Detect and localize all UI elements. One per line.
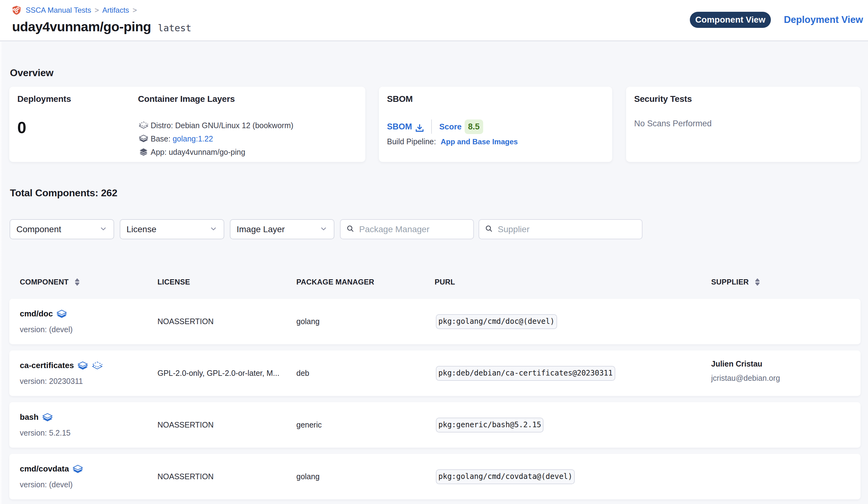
security-tests-card: Security Tests No Scans Performed xyxy=(626,87,860,162)
breadcrumb-link-artifacts[interactable]: Artifacts xyxy=(102,6,129,14)
security-tests-heading: Security Tests xyxy=(634,94,852,104)
component-name: ca-certificates xyxy=(20,361,74,370)
deployments-count: 0 xyxy=(17,118,138,137)
license-cell: NOASSERTION xyxy=(157,402,290,448)
base-image-link[interactable]: golang:1.22 xyxy=(173,134,213,143)
breadcrumb-separator: > xyxy=(132,6,137,14)
artifact-tag: latest xyxy=(158,23,191,33)
image-layers-icon xyxy=(78,361,88,371)
sbom-score-link[interactable]: Score xyxy=(439,120,462,134)
download-icon[interactable] xyxy=(415,123,424,133)
image-layers-icon xyxy=(73,464,83,474)
build-pipeline-link[interactable]: App and Base Images xyxy=(441,138,517,146)
component-name: cmd/doc xyxy=(20,309,53,319)
column-header-package-manager: PACKAGE MANAGER xyxy=(296,278,374,286)
component-version: version: 20230311 xyxy=(20,377,83,386)
page-title: uday4vunnam/go-ping xyxy=(12,19,151,34)
sbom-card: SBOM SBOM Score 8.5 Build Pipeline: App … xyxy=(379,87,612,162)
sbom-score-badge: 8.5 xyxy=(465,120,483,134)
chevron-down-icon xyxy=(320,225,328,234)
base-image-layers-icon xyxy=(139,134,148,143)
search-icon xyxy=(485,224,498,234)
purl-cell: pkg:deb/debian/ca-certificates@20230311 xyxy=(435,351,615,396)
column-header-component[interactable]: COMPONENT xyxy=(20,278,80,286)
license-cell: NOASSERTION xyxy=(157,299,290,344)
no-scans-text: No Scans Performed xyxy=(634,119,852,129)
package-manager-cell: golang xyxy=(296,454,320,500)
app-layer-text: App: uday4vunnam/go-ping xyxy=(151,148,245,157)
sbom-heading: SBOM xyxy=(387,94,604,104)
package-manager-cell: golang xyxy=(296,299,320,344)
container-image-layers-label: Container Image Layers xyxy=(138,94,293,104)
left-edge-strip xyxy=(0,42,2,504)
search-icon xyxy=(346,224,359,234)
breadcrumb-link-project[interactable]: SSCA Manual Tests xyxy=(26,6,91,14)
ssca-module-icon xyxy=(12,5,21,15)
distro-layer-icon xyxy=(139,121,148,130)
purl-chip: pkg:generic/bash@5.2.15 xyxy=(436,417,544,433)
chevron-down-icon xyxy=(99,225,107,234)
build-pipeline-label: Build Pipeline: xyxy=(387,137,436,146)
breadcrumb: SSCA Manual Tests > Artifacts > xyxy=(12,5,140,15)
distro-layer-text: Distro: Debian GNU/Linux 12 (bookworm) xyxy=(151,121,293,130)
sbom-download-link[interactable]: SBOM xyxy=(387,120,412,134)
deployments-card: Deployments 0 Container Image Layers Dis… xyxy=(9,87,365,162)
column-header-purl: PURL xyxy=(435,278,455,286)
package-manager-search[interactable] xyxy=(340,219,474,239)
component-view-button[interactable]: Component View xyxy=(690,12,771,28)
purl-chip: pkg:golang/cmd/covdata@(devel) xyxy=(436,469,575,484)
supplier-search-input[interactable] xyxy=(498,224,636,234)
top-header: SSCA Manual Tests > Artifacts > uday4vun… xyxy=(0,0,868,41)
image-layer-filter-dropdown[interactable]: Image Layer xyxy=(230,219,334,239)
package-manager-cell: deb xyxy=(296,351,309,396)
overview-heading: Overview xyxy=(10,67,53,79)
supplier-cell: Julien Cristaujcristau@debian.org xyxy=(711,360,780,383)
table-row[interactable]: cmd/doc version: (devel) NOASSERTION gol… xyxy=(9,299,860,344)
table-header: COMPONENT LICENSE PACKAGE MANAGER PURL S… xyxy=(9,278,860,289)
package-manager-cell: generic xyxy=(296,402,322,448)
license-cell: NOASSERTION xyxy=(157,454,290,500)
image-layer-filter-label: Image Layer xyxy=(237,224,320,234)
divider xyxy=(431,120,432,134)
package-manager-search-input[interactable] xyxy=(359,224,468,234)
table-row[interactable]: bash version: 5.2.15 NOASSERTION generic… xyxy=(9,402,860,448)
image-layers-icon xyxy=(42,412,53,423)
component-filter-dropdown[interactable]: Component xyxy=(10,219,114,239)
column-header-supplier[interactable]: SUPPLIER xyxy=(711,278,760,286)
component-name: bash xyxy=(20,412,39,422)
chevron-down-icon xyxy=(209,225,217,234)
purl-cell: pkg:golang/cmd/covdata@(devel) xyxy=(435,454,575,500)
table-row[interactable]: ca-certificates version: 20230311 GPL-2.… xyxy=(9,351,860,396)
breadcrumb-separator: > xyxy=(95,6,99,14)
supplier-search[interactable] xyxy=(478,219,642,239)
base-layer-text: Base: golang:1.22 xyxy=(151,134,213,143)
component-version: version: (devel) xyxy=(20,325,73,334)
component-name: cmd/covdata xyxy=(20,464,69,474)
deployment-view-button[interactable]: Deployment View xyxy=(784,14,863,26)
sort-icon[interactable] xyxy=(755,278,760,286)
purl-cell: pkg:generic/bash@5.2.15 xyxy=(435,402,544,448)
purl-chip: pkg:golang/cmd/doc@(devel) xyxy=(436,314,557,329)
purl-chip: pkg:deb/debian/ca-certificates@20230311 xyxy=(436,366,615,381)
sort-icon[interactable] xyxy=(74,278,80,286)
app-layers-icon xyxy=(139,147,148,157)
supplier-name: Julien Cristau xyxy=(711,360,780,369)
image-layers-icon xyxy=(56,309,67,319)
license-filter-label: License xyxy=(126,224,209,234)
column-header-license: LICENSE xyxy=(157,278,190,286)
total-components-heading: Total Components: 262 xyxy=(10,187,117,199)
component-version: version: (devel) xyxy=(20,480,73,489)
supplier-email: jcristau@debian.org xyxy=(711,374,780,383)
license-cell: GPL-2.0-only, GPL-2.0-or-later, M... xyxy=(157,351,290,396)
deployments-label: Deployments xyxy=(17,94,138,104)
table-row[interactable]: cmd/covdata version: (devel) NOASSERTION… xyxy=(9,454,860,500)
license-filter-dropdown[interactable]: License xyxy=(120,219,224,239)
component-version: version: 5.2.15 xyxy=(20,429,71,437)
distro-layer-icon xyxy=(92,361,102,371)
purl-cell: pkg:golang/cmd/doc@(devel) xyxy=(435,299,557,344)
component-filter-label: Component xyxy=(17,224,99,234)
